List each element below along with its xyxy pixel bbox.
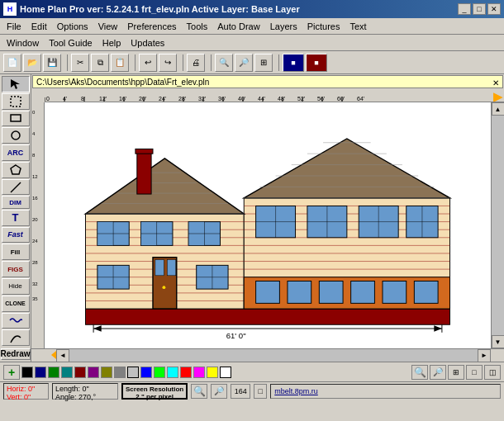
svg-rect-119 <box>319 281 343 304</box>
bt-color-lime[interactable] <box>154 367 165 378</box>
filepath-close[interactable]: ✕ <box>491 76 501 89</box>
menu-layers[interactable]: Layers <box>265 20 302 33</box>
bt-color-purple[interactable] <box>88 367 99 378</box>
svg-rect-53 <box>86 309 450 324</box>
menu-window[interactable]: Window <box>2 36 44 50</box>
bt-icon2-button[interactable]: ◫ <box>484 365 501 380</box>
drawing-area[interactable]: 61' 0" <box>45 102 491 348</box>
tb-paste-button[interactable]: 📋 <box>111 54 129 72</box>
scroll-right-arrow[interactable]: ▶ <box>493 90 502 102</box>
menu-autodraw[interactable]: Auto Draw <box>212 20 264 33</box>
menu-text[interactable]: Text <box>345 20 371 33</box>
main-area: ARC DIM T Fast Fill FIGS Hide CLONE Redr… <box>0 74 504 362</box>
bt-color-olive[interactable] <box>101 367 112 378</box>
menu-updates[interactable]: Updates <box>126 36 169 50</box>
menu-pictures[interactable]: Pictures <box>302 20 345 33</box>
svg-text:52': 52' <box>297 96 305 102</box>
tb-copy-button[interactable]: ⧉ <box>91 54 109 72</box>
tb-color2-button[interactable]: ■ <box>306 54 327 72</box>
hscroll-track[interactable] <box>69 349 478 362</box>
close-button[interactable]: ✕ <box>487 3 501 15</box>
status-zoom-out-button[interactable]: 🔎 <box>211 384 227 399</box>
tool-rect[interactable] <box>2 111 30 127</box>
tool-fill[interactable]: Fill <box>2 244 30 260</box>
menu-file[interactable]: File <box>2 20 26 33</box>
tool-figs[interactable]: FIGS <box>2 261 30 277</box>
bt-color-silver[interactable] <box>127 367 139 378</box>
svg-text:40': 40' <box>238 96 245 102</box>
tool-arrow[interactable] <box>2 76 30 92</box>
tb-redo-button[interactable]: ↪ <box>159 54 177 72</box>
menu-toolguide[interactable]: Tool Guide <box>44 36 97 50</box>
hscroll-right-button[interactable]: ► <box>478 349 491 362</box>
tb-open-button[interactable]: 📂 <box>23 54 41 72</box>
bt-color-magenta[interactable] <box>193 367 205 378</box>
tb-color1-button[interactable]: ■ <box>283 54 304 72</box>
bt-color-cyan2[interactable] <box>167 367 178 378</box>
status-zoom-in-button[interactable]: 🔍 <box>191 384 207 399</box>
tb-print-button[interactable]: 🖨 <box>187 54 205 72</box>
tool-circle[interactable] <box>2 127 30 144</box>
bt-color-teal[interactable] <box>61 367 73 378</box>
bt-zoom-in-button[interactable]: 🔍 <box>411 365 428 380</box>
scroll-track-v[interactable] <box>492 116 504 335</box>
ruler-h-svg: 0 4' 8' 12' 16' 20' 24' 2 <box>45 89 504 102</box>
tool-curve[interactable] <box>2 329 30 346</box>
tb-sep-4 <box>208 54 212 71</box>
tb-undo-button[interactable]: ↩ <box>139 54 157 72</box>
bt-color-blue[interactable] <box>140 367 152 378</box>
tool-text[interactable]: T <box>2 210 30 226</box>
status-angle: Angle: 270,° <box>55 393 96 401</box>
tool-wave[interactable] <box>2 313 30 329</box>
tb-zoomfit-button[interactable]: ⊞ <box>254 54 273 72</box>
bt-color-red[interactable] <box>180 367 192 378</box>
tool-clone[interactable]: CLONE <box>2 296 30 312</box>
menu-help[interactable]: Help <box>97 36 126 50</box>
tb-save-button[interactable]: 💾 <box>43 54 61 72</box>
bt-color-gray[interactable] <box>114 367 126 378</box>
bt-plus-button[interactable]: + <box>3 365 20 380</box>
tool-select[interactable] <box>2 93 30 110</box>
tb-cut-button[interactable]: ✂ <box>71 54 89 72</box>
bt-zoom-out-button[interactable]: 🔎 <box>430 365 446 380</box>
bt-color-green2[interactable] <box>48 367 59 378</box>
maximize-button[interactable]: □ <box>473 3 486 15</box>
bt-color-white[interactable] <box>220 367 231 378</box>
svg-text:12: 12 <box>32 174 38 179</box>
menu-view[interactable]: View <box>93 20 123 33</box>
tb-new-button[interactable]: 📄 <box>3 54 21 72</box>
bt-color-yellow[interactable] <box>207 367 218 378</box>
ruler-v-svg: 0 4 8 12 16 20 24 28 32 35 <box>31 102 45 348</box>
menu-tools[interactable]: Tools <box>182 20 213 33</box>
menu-edit[interactable]: Edit <box>26 20 52 33</box>
bt-color-darkred[interactable] <box>74 367 86 378</box>
tool-text-bold[interactable]: Fast <box>2 227 30 244</box>
tool-dim[interactable]: DIM <box>2 196 30 208</box>
svg-text:48': 48' <box>278 96 285 102</box>
tb-zoomin-button[interactable]: 🔍 <box>215 54 233 72</box>
tool-arc[interactable]: ARC <box>2 144 30 161</box>
bt-zoom-fit-button[interactable]: ⊞ <box>448 365 464 380</box>
status-icon2-button[interactable]: □ <box>254 384 267 399</box>
hscroll-left-button[interactable]: ◄ <box>56 349 69 362</box>
bt-color-black[interactable] <box>21 367 33 378</box>
tb-zoomout-button[interactable]: 🔎 <box>235 54 253 72</box>
status-icon1-button[interactable]: 164 <box>231 384 250 399</box>
bt-icon1-button[interactable]: □ <box>466 365 483 380</box>
minimize-button[interactable]: _ <box>458 3 471 15</box>
tool-line[interactable] <box>2 179 30 196</box>
bt-color-darkblue[interactable] <box>35 367 46 378</box>
ruler-vertical: 0 4 8 12 16 20 24 28 32 35 <box>31 102 45 348</box>
title-text: Home Plan Pro ver: 5.2.24.1 frt_elev.pln… <box>20 4 300 14</box>
menu-preferences[interactable]: Preferences <box>122 20 181 33</box>
scroll-up-button[interactable]: ▲ <box>492 102 505 116</box>
svg-rect-1 <box>11 97 21 106</box>
svg-rect-121 <box>383 281 407 304</box>
svg-rect-122 <box>414 281 438 304</box>
menu-options[interactable]: Options <box>52 20 93 33</box>
tool-polygon[interactable] <box>2 162 30 178</box>
tool-hide[interactable]: Hide <box>2 278 30 295</box>
scroll-down-button[interactable]: ▼ <box>492 335 505 348</box>
redraw-button[interactable]: Redraw <box>1 348 31 360</box>
svg-text:44': 44' <box>258 96 265 102</box>
